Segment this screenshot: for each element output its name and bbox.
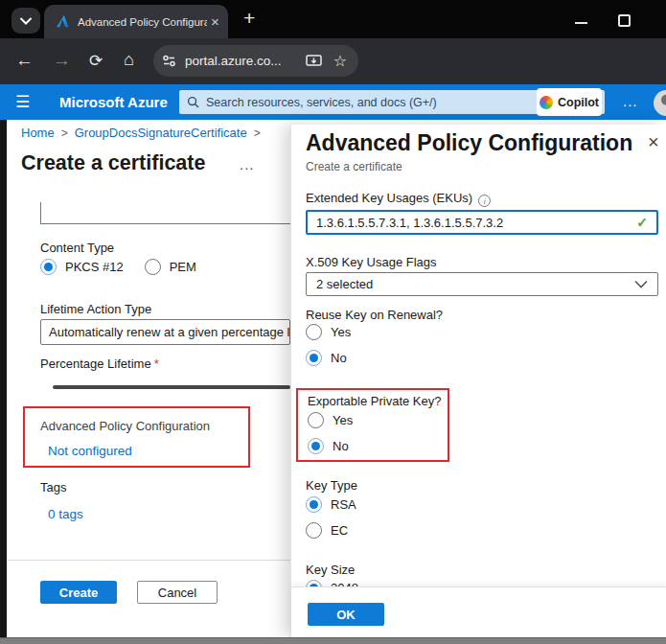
radio-reuse-no[interactable]	[306, 350, 322, 366]
breadcrumb-home-link[interactable]: Home	[21, 126, 55, 140]
radio-pkcs12-label: PKCS #12	[65, 260, 124, 274]
bookmark-star-icon[interactable]: ☆	[333, 52, 347, 70]
lifetime-action-input[interactable]: Automatically renew at a given percentag…	[40, 319, 290, 345]
back-button[interactable]: ←	[15, 50, 34, 71]
tab-title: Advanced Policy Configuration	[78, 16, 207, 28]
radio-exportable-yes-label: Yes	[333, 413, 353, 427]
panel-close-icon[interactable]: ×	[648, 132, 659, 151]
key-size-label: Key Size	[306, 563, 355, 577]
panel-title: Advanced Policy Configuration	[306, 130, 632, 156]
chevron-down-icon	[634, 280, 648, 288]
percentage-lifetime-slider[interactable]	[53, 385, 290, 389]
content-type-label: Content Type	[40, 241, 114, 255]
chevron-down-icon	[20, 17, 32, 25]
browser-window: Advanced Policy Configuration × + ← → ⟳ …	[0, 0, 666, 644]
address-bar[interactable]: portal.azure.co... ☆	[153, 45, 358, 77]
radio-rsa[interactable]	[306, 496, 322, 513]
radio-exportable-yes[interactable]	[308, 412, 324, 428]
copilot-label: Copilot	[558, 96, 599, 109]
search-icon	[187, 96, 199, 108]
copilot-button[interactable]: Copilot	[537, 88, 602, 116]
hamburger-menu-icon[interactable]: ☰	[15, 92, 30, 112]
valid-check-icon: ✓	[636, 215, 648, 230]
exportable-label: Exportable Private Key?	[308, 394, 441, 408]
new-tab-button[interactable]: +	[243, 7, 255, 30]
eku-input[interactable]: 1.3.6.1.5.5.7.3.1, 1.3.6.1.5.5.7.3.2 ✓	[306, 210, 658, 235]
radio-reuse-no-label: No	[331, 351, 347, 365]
radio-pem[interactable]	[145, 259, 161, 275]
azure-favicon-icon	[56, 14, 70, 29]
cancel-button[interactable]: Cancel	[137, 581, 218, 604]
window-minimize-button[interactable]	[575, 22, 587, 24]
tab-search-chevron-button[interactable]	[11, 8, 40, 34]
radio-exportable-no-label: No	[333, 439, 349, 453]
highlight-box-advanced-policy	[23, 406, 250, 468]
info-icon[interactable]: i	[478, 195, 491, 207]
radio-rsa-label: RSA	[331, 497, 356, 512]
breadcrumb-separator: >	[254, 126, 261, 140]
breadcrumb-separator: >	[61, 126, 68, 140]
search-placeholder: Search resources, services, and docs (G+…	[206, 96, 437, 109]
eku-value: 1.3.6.1.5.5.7.3.1, 1.3.6.1.5.5.7.3.2	[316, 216, 503, 230]
radio-ec-label: EC	[331, 523, 348, 538]
azure-brand[interactable]: Microsoft Azure	[59, 94, 168, 110]
radio-exportable-no[interactable]	[308, 438, 324, 454]
partial-field[interactable]	[40, 202, 290, 224]
tags-label: Tags	[40, 480, 66, 494]
ok-button[interactable]: OK	[308, 603, 384, 626]
x509-dropdown[interactable]: 2 selected	[306, 272, 658, 296]
radio-reuse-yes[interactable]	[306, 324, 322, 340]
window-maximize-button[interactable]	[618, 14, 631, 27]
page-more-icon[interactable]: ...	[240, 156, 255, 172]
home-button[interactable]: ⌂	[124, 50, 134, 70]
lifetime-action-value: Automatically renew at a given percentag…	[49, 325, 289, 339]
tags-count-link[interactable]: 0 tags	[48, 507, 83, 521]
lifetime-action-label: Lifetime Action Type	[40, 302, 151, 316]
reload-button[interactable]: ⟳	[89, 51, 103, 71]
forward-button[interactable]: →	[53, 50, 71, 71]
header-more-icon[interactable]: ...	[623, 93, 638, 109]
radio-reuse-yes-label: Yes	[331, 325, 351, 339]
url-text: portal.azure.co...	[185, 54, 306, 68]
copilot-icon	[540, 96, 553, 109]
tab-close-icon[interactable]: ×	[211, 13, 219, 30]
required-asterisk: *	[154, 356, 159, 371]
advanced-policy-panel: Advanced Policy Configuration Create a c…	[290, 125, 666, 638]
advanced-policy-label: Advanced Policy Configuration	[40, 419, 210, 433]
window-bottom-edge	[0, 637, 666, 644]
radio-ec[interactable]	[306, 522, 322, 539]
window-left-edge	[0, 120, 7, 638]
breadcrumb: Home>GroupDocsSignatureCertificate>	[21, 126, 267, 140]
browser-tab[interactable]: Advanced Policy Configuration ×	[44, 5, 228, 38]
panel-subtitle: Create a certificate	[306, 160, 402, 173]
radio-pem-label: PEM	[170, 260, 196, 274]
install-app-icon[interactable]	[306, 55, 322, 68]
percentage-lifetime-label: Percentage Lifetime*	[40, 356, 159, 371]
site-settings-icon[interactable]	[162, 54, 176, 68]
panel-footer: OK	[291, 586, 666, 638]
eku-label: Extended Key Usages (EKUs)i	[306, 191, 491, 207]
not-configured-link[interactable]: Not configured	[48, 444, 132, 458]
create-button[interactable]: Create	[40, 581, 117, 604]
footer-divider	[8, 560, 290, 561]
reuse-key-label: Reuse Key on Renewal?	[306, 308, 443, 322]
key-type-label: Key Type	[306, 478, 357, 493]
breadcrumb-certificate-link[interactable]: GroupDocsSignatureCertificate	[75, 126, 247, 140]
page-title: Create a certificate	[21, 151, 205, 175]
x509-value: 2 selected	[316, 277, 373, 291]
radio-pkcs12[interactable]	[40, 259, 57, 275]
x509-label: X.509 Key Usage Flags	[306, 255, 437, 269]
